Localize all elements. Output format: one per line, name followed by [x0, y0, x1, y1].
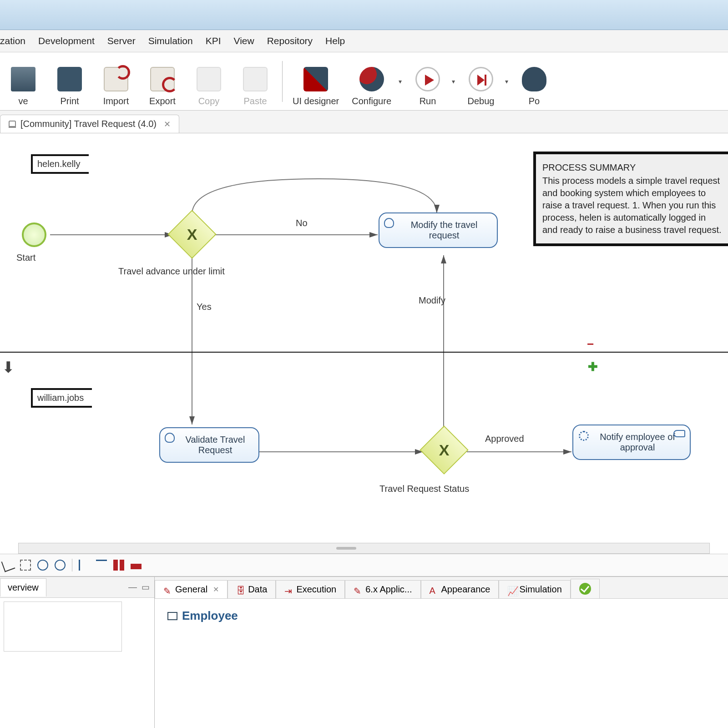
menubar: zation Development Server Simulation KPI… [0, 30, 728, 52]
overview-tab[interactable]: verview [0, 578, 46, 597]
6xapp-tab-icon: ✎ [354, 586, 362, 594]
paste-button: Paste [238, 56, 272, 106]
cursor-icon[interactable] [1, 558, 15, 572]
menu-server[interactable]: Server [107, 35, 136, 46]
print-button[interactable]: Print [53, 56, 86, 106]
task-modify-request[interactable]: Modify the travel request [379, 212, 498, 248]
grid-icon [167, 612, 177, 620]
annotation-heading: PROCESS SUMMARY [542, 162, 723, 174]
flow-label-no: No [296, 218, 308, 228]
align-top-icon[interactable] [96, 560, 107, 571]
menu-simulation[interactable]: Simulation [148, 35, 193, 46]
save-icon [11, 67, 35, 91]
overview-panel: verview — ▭ [0, 577, 155, 728]
menu-kpi[interactable]: KPI [206, 35, 221, 46]
detail-tab-6xapp[interactable]: ✎6.x Applic... [345, 580, 420, 598]
maximize-icon[interactable]: ▭ [142, 582, 150, 592]
overview-thumbnail[interactable] [4, 602, 122, 652]
toolbar-label: Configure [352, 96, 391, 106]
toolbar-label: Po [529, 96, 540, 106]
toolbar-label: Export [149, 96, 176, 106]
minimize-icon[interactable]: — [128, 582, 137, 592]
align-left-icon[interactable] [79, 560, 90, 571]
uidesigner-button[interactable]: UI designer [293, 56, 339, 106]
zoom-out-icon[interactable] [55, 560, 66, 571]
appearance-tab-icon: A [430, 586, 438, 594]
toolbar-label: Debug [468, 96, 495, 106]
detail-tab-validate[interactable] [571, 579, 600, 598]
menu-repository[interactable]: Repository [267, 35, 313, 46]
detail-tab-appearance[interactable]: AAppearance [421, 580, 499, 598]
general-tab-icon: ✎ [163, 586, 172, 594]
diagram-canvas[interactable]: helen.kelly william.jobs ⬇ Start X Trave… [0, 133, 728, 543]
process-summary-annotation[interactable]: PROCESS SUMMARY This process models a si… [533, 152, 728, 246]
toolbar-separator [282, 61, 283, 102]
run-button[interactable]: Run [411, 56, 445, 106]
user-icon [384, 218, 394, 228]
editor-tab-title: [Community] Travel Request (4.0) [20, 119, 157, 129]
menu-help[interactable]: Help [325, 35, 345, 46]
editor-tabs: [Community] Travel Request (4.0) ✕ [0, 111, 728, 133]
editor-tab-travel-request[interactable]: [Community] Travel Request (4.0) ✕ [0, 115, 179, 133]
close-icon[interactable]: ✕ [213, 585, 219, 594]
detail-tab-data[interactable]: 🗄Data [228, 580, 276, 598]
task-validate-request[interactable]: Validate Travel Request [159, 427, 259, 463]
main-toolbar: vePrintImportExportCopyPasteUI designerC… [0, 52, 728, 111]
uidesigner-icon [303, 67, 328, 91]
debug-icon [469, 67, 493, 91]
dropdown-caret-icon[interactable]: ▾ [399, 78, 402, 85]
simulation-tab-icon: 📈 [507, 586, 516, 594]
dropdown-caret-icon[interactable]: ▾ [505, 78, 508, 85]
detail-tab-execution[interactable]: ⇥Execution [276, 580, 345, 598]
debug-button[interactable]: Debug [464, 56, 498, 106]
start-event[interactable] [22, 222, 46, 247]
marquee-icon[interactable] [20, 560, 31, 571]
menu-view[interactable]: View [234, 35, 254, 46]
export-icon [150, 67, 175, 91]
lane-label-helen[interactable]: helen.kelly [31, 154, 89, 174]
import-button[interactable]: Import [99, 56, 133, 106]
distribute-v-icon[interactable] [131, 564, 142, 569]
flow-label-approved: Approved [485, 434, 524, 444]
print-icon [57, 67, 82, 91]
flow-label-modify: Modify [419, 295, 445, 306]
zoom-in-icon[interactable] [37, 560, 48, 571]
user-icon [165, 433, 175, 443]
check-icon [579, 583, 591, 595]
properties-panel: ✎General✕🗄Data⇥Execution✎6.x Applic...AA… [155, 577, 728, 728]
menu-development[interactable]: Development [38, 35, 95, 46]
tab-label: Data [248, 584, 267, 595]
menu-zation[interactable]: zation [0, 35, 25, 46]
dropdown-caret-icon[interactable]: ▾ [452, 78, 455, 85]
lane-divider [0, 352, 728, 353]
detail-section-header: Employee [167, 609, 715, 623]
lane-label-william[interactable]: william.jobs [31, 388, 92, 408]
diagram-palette [0, 554, 728, 576]
window-titlebar [0, 0, 728, 30]
po-button[interactable]: Po [517, 56, 551, 106]
distribute-h-icon[interactable] [113, 560, 124, 571]
save-button[interactable]: ve [6, 56, 40, 106]
toolbar-label: Run [420, 96, 436, 106]
gateway2-label: Travel Request Status [379, 484, 469, 494]
close-icon[interactable]: ✕ [164, 119, 171, 129]
gateway1-label: Travel advance under limit [118, 266, 225, 277]
import-icon [104, 67, 128, 91]
configure-icon [359, 67, 384, 91]
detail-tab-simulation[interactable]: 📈Simulation [499, 580, 570, 598]
tab-label: Appearance [441, 584, 490, 595]
horizontal-scrollbar[interactable] [18, 543, 710, 554]
detail-tab-general[interactable]: ✎General✕ [155, 580, 228, 598]
export-button[interactable]: Export [146, 56, 179, 106]
minus-icon[interactable]: − [587, 337, 594, 351]
toolbar-label: Paste [243, 96, 267, 106]
paste-icon [243, 67, 268, 91]
po-icon [522, 67, 546, 91]
plus-icon[interactable]: ✚ [588, 360, 598, 374]
task-notify-approval[interactable]: Notify employee of approval [572, 425, 691, 460]
tab-label: Simulation [519, 584, 561, 595]
tab-label: Execution [296, 584, 336, 595]
annotation-body: This process models a simple travel requ… [542, 175, 723, 236]
configure-button[interactable]: Configure [352, 56, 391, 106]
task-label: Notify employee of approval [600, 432, 675, 452]
